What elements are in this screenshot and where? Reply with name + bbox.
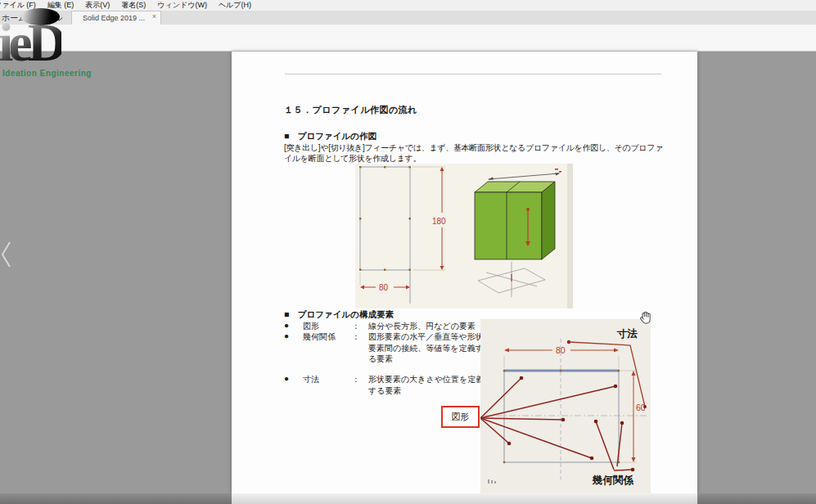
section1-body-line2: イルを断面として形状を作成します。 [284,153,421,164]
menu-help[interactable]: ヘルプ(H) [213,0,257,11]
pdf-page[interactable]: １５．プロファイル作図の流れ ■ プロファイルの作図 [突き出し]や[切り抜き]… [232,52,697,493]
svg-text:寸法: 寸法 [616,328,638,340]
bullet-mark: ● [284,321,289,330]
page-title: １５．プロファイル作図の流れ [284,104,417,116]
figure-profile-elements: 80 60 [480,319,651,493]
bullet-mark: ● [284,331,289,340]
bottom-strip-right [697,493,816,504]
menu-bar: ファイル (F) 編集 (E) 表示(V) 署名(S) ウィンドウ(W) ヘルプ… [0,0,816,11]
svg-text:幾何関係: 幾何関係 [592,475,634,486]
bullet-colon: ： [352,331,360,343]
section2-title: ■ プロファイルの構成要素 [284,309,394,321]
figure-profile-extrude: 180 80 [355,164,573,308]
hand-pan-cursor [638,311,652,325]
main-toolbar: / 110 [0,25,816,52]
section1-body-line1: [突き出し]や[切り抜き]フィーチャでは、まず、基本断面形状となるプロファイルを… [284,142,663,154]
section1-title: ■ プロファイルの作図 [284,131,376,142]
close-icon[interactable]: × [152,12,156,20]
bullet-mark: ● [284,374,289,383]
page-header-rule [285,74,661,74]
logo-word: ieD [0,13,61,73]
menu-window[interactable]: ウィンドウ(W) [151,0,213,11]
menu-sign[interactable]: 署名(S) [115,0,151,11]
svg-text:80: 80 [379,283,389,292]
bullet-term: 寸法 [303,374,319,385]
bullet-term: 図形 [303,321,319,332]
bottom-strip-left [0,493,232,504]
bullet-colon: ： [352,321,360,332]
logo-subtitle: Ideation Engineering [2,69,92,78]
document-viewer[interactable]: １５．プロファイル作図の流れ ■ プロファイルの作図 [突き出し]や[切り抜き]… [0,52,816,504]
collapse-panel-chevron[interactable] [0,239,13,270]
svg-text:80: 80 [556,345,566,355]
ied-logo: ieD Ideation Engineering [0,8,98,83]
svg-text:180: 180 [432,217,446,226]
tab-bar: ホーム ツール Solid Edge 2019 ... × [0,11,816,25]
shape-callout-box: 図形 [441,406,480,428]
bullet-colon: ： [352,374,360,385]
bullet-term: 幾何関係 [303,331,336,343]
bottom-strip-page [232,493,697,504]
